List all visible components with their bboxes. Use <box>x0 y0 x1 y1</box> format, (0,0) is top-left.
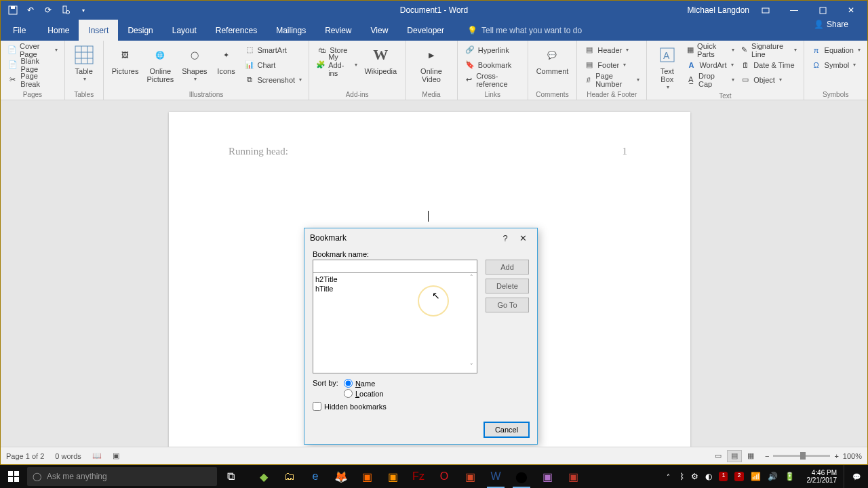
comment-button[interactable]: 💬Comment <box>534 43 572 75</box>
task-view-button[interactable]: ⧉ <box>217 465 244 488</box>
icons-button[interactable]: ✦Icons <box>213 43 240 75</box>
scroll-up-icon[interactable]: ˄ <box>467 274 476 283</box>
online-video-button[interactable]: ▶Online Video <box>411 43 452 83</box>
tab-view[interactable]: View <box>361 20 398 41</box>
read-mode-button[interactable]: ▭ <box>711 450 726 462</box>
web-layout-button[interactable]: ▦ <box>743 450 758 462</box>
tray-battery-icon[interactable]: 🔋 <box>785 472 795 481</box>
tab-file[interactable]: File <box>1 20 38 41</box>
tray-icon-1[interactable]: ⚙ <box>691 472 698 481</box>
smartart-button[interactable]: ⬚SmartArt <box>243 43 304 57</box>
tab-review[interactable]: Review <box>315 20 361 41</box>
pictures-button[interactable]: 🖼Pictures <box>109 43 142 75</box>
signature-line-button[interactable]: ✎Signature Line▾ <box>738 43 797 57</box>
text-box-button[interactable]: AText Box▾ <box>652 43 682 91</box>
tab-design[interactable]: Design <box>118 20 162 41</box>
object-button[interactable]: ▭Object▾ <box>738 73 797 87</box>
taskbar-app-1[interactable]: ◆ <box>251 465 277 488</box>
tab-layout[interactable]: Layout <box>163 20 206 41</box>
sort-name-radio[interactable]: Name <box>344 379 384 388</box>
taskbar-app-red[interactable]: ▣ <box>560 465 586 488</box>
maximize-icon[interactable] <box>810 1 835 20</box>
list-item[interactable]: h2Title <box>315 274 475 284</box>
cortana-search[interactable]: ◯Ask me anything <box>27 467 217 486</box>
tray-icon-2[interactable]: ◐ <box>705 472 712 481</box>
date-time-button[interactable]: 🗓Date & Time <box>738 58 797 72</box>
zoom-out-button[interactable]: − <box>765 452 769 460</box>
status-macro-icon[interactable]: ▣ <box>113 451 119 460</box>
wikipedia-button[interactable]: WWikipedia <box>361 43 399 75</box>
start-button[interactable] <box>0 465 27 488</box>
taskbar-app-ppt[interactable]: ▣ <box>457 465 483 488</box>
wordart-button[interactable]: AWordArt▾ <box>684 58 736 72</box>
taskbar-app-opera[interactable]: O <box>431 465 457 488</box>
redo-icon[interactable]: ⟳ <box>43 5 54 16</box>
dialog-title-bar[interactable]: Bookmark ? ✕ <box>304 228 537 247</box>
tray-badge-1[interactable]: 1 <box>719 472 728 481</box>
table-button[interactable]: Table▾ <box>71 43 98 83</box>
taskbar-app-orange[interactable]: ▣ <box>354 465 380 488</box>
page-break-button[interactable]: ✂Page Break <box>6 73 59 87</box>
ribbon-options-icon[interactable] <box>753 1 778 20</box>
symbol-button[interactable]: ΩSymbol▾ <box>810 58 862 72</box>
tab-references[interactable]: References <box>206 20 267 41</box>
bookmark-name-input[interactable] <box>313 260 477 273</box>
bookmark-button[interactable]: 🔖Bookmark <box>463 58 522 72</box>
save-icon[interactable] <box>7 5 18 16</box>
hidden-bookmarks-checkbox[interactable]: Hidden bookmarks <box>313 402 387 411</box>
qat-more-icon[interactable]: ▾ <box>78 5 89 16</box>
shapes-button[interactable]: ◯Shapes▾ <box>179 43 210 83</box>
online-pictures-button[interactable]: 🌐Online Pictures <box>144 43 176 83</box>
taskbar-app-word[interactable]: W <box>483 465 509 488</box>
tray-more-icon[interactable]: ˄ <box>663 473 674 481</box>
taskbar-app-sublime[interactable]: ▣ <box>380 465 406 488</box>
user-name[interactable]: Michael Langdon <box>688 5 749 15</box>
tell-me-search[interactable]: 💡Tell me what you want to do <box>454 20 582 41</box>
tab-mailings[interactable]: Mailings <box>267 20 315 41</box>
taskbar-app-chrome[interactable]: ⬤ <box>509 465 534 488</box>
taskbar-clock[interactable]: 4:46 PM 2/21/2017 <box>800 469 844 485</box>
tray-wifi-icon[interactable]: 📶 <box>751 472 761 481</box>
cross-reference-button[interactable]: ↩Cross-reference <box>463 73 522 87</box>
taskbar-app-explorer[interactable]: 🗂 <box>277 465 302 488</box>
status-words[interactable]: 0 words <box>55 452 81 460</box>
taskbar-app-edge[interactable]: e <box>302 465 328 488</box>
status-proofing-icon[interactable]: 📖 <box>92 451 102 460</box>
goto-button[interactable]: Go To <box>486 298 529 312</box>
close-icon[interactable]: ✕ <box>839 1 863 20</box>
share-button[interactable]: 👤Share <box>804 20 858 29</box>
header-button[interactable]: ▤Header▾ <box>583 43 641 57</box>
dialog-help-icon[interactable]: ? <box>496 233 514 243</box>
tab-home[interactable]: Home <box>38 20 79 41</box>
chart-button[interactable]: 📊Chart <box>243 58 304 72</box>
delete-button[interactable]: Delete <box>486 279 529 293</box>
hyperlink-button[interactable]: 🔗Hyperlink <box>463 43 522 57</box>
add-button[interactable]: Add <box>486 260 529 274</box>
tray-bluetooth-icon[interactable]: ᛒ <box>679 472 684 481</box>
quick-parts-button[interactable]: ▦Quick Parts▾ <box>684 43 736 57</box>
equation-button[interactable]: πEquation▾ <box>810 43 862 57</box>
screenshot-button[interactable]: ⧉Screenshot▾ <box>243 73 304 87</box>
zoom-in-button[interactable]: + <box>834 452 838 460</box>
cancel-button[interactable]: Cancel <box>484 422 529 437</box>
taskbar-app-purple[interactable]: ▣ <box>534 465 560 488</box>
scroll-down-icon[interactable]: ˅ <box>467 363 476 372</box>
zoom-level[interactable]: 100% <box>843 452 862 460</box>
sort-location-radio[interactable]: Location <box>344 389 384 398</box>
minimize-icon[interactable]: — <box>782 1 806 20</box>
tray-volume-icon[interactable]: 🔊 <box>768 472 778 481</box>
cover-page-button[interactable]: 📄Cover Page▾ <box>6 43 59 57</box>
blank-page-button[interactable]: 📄Blank Page <box>6 58 59 72</box>
my-addins-button[interactable]: 🧩My Add-ins▾ <box>315 58 359 72</box>
touch-mode-icon[interactable] <box>60 5 71 16</box>
tab-developer[interactable]: Developer <box>397 20 454 41</box>
status-page[interactable]: Page 1 of 2 <box>6 452 44 460</box>
footer-button[interactable]: ▤Footer▾ <box>583 58 641 72</box>
taskbar-app-firefox[interactable]: 🦊 <box>328 465 354 488</box>
tab-insert[interactable]: Insert <box>79 20 118 41</box>
bookmark-list[interactable]: h2Title hTitle ˄ ˅ <box>313 273 477 373</box>
list-item[interactable]: hTitle <box>315 284 475 293</box>
zoom-slider[interactable] <box>773 455 830 457</box>
print-layout-button[interactable]: ▤ <box>727 450 742 462</box>
dialog-close-icon[interactable]: ✕ <box>514 233 532 243</box>
